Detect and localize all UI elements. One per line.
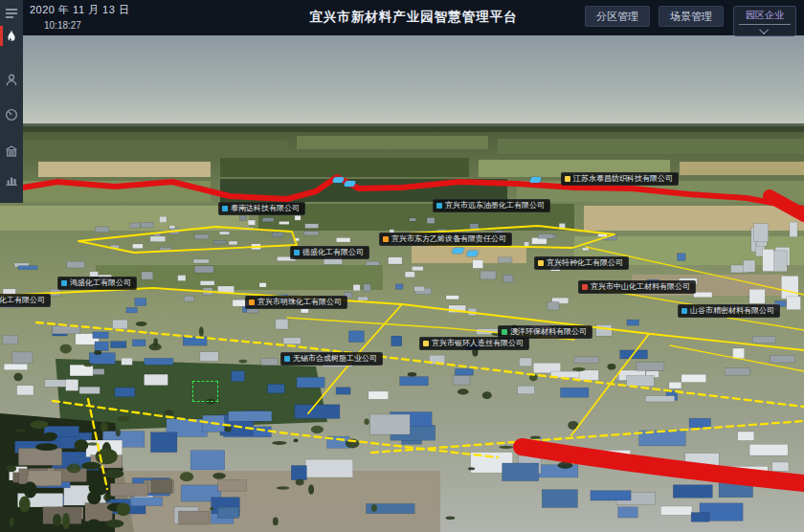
company-label-text: 山谷市精密材料有限公司 (690, 307, 774, 315)
company-marker-icon (383, 236, 389, 242)
top-bar: 2020 年 11 月 13 日 10:18:27 宜兴市新材料产业园智慧管理平… (23, 0, 804, 35)
company-label[interactable]: 宜兴市远东油墨化工有限公司 (433, 199, 550, 212)
gauge-icon (4, 107, 19, 122)
park-enterprise-label: 园区企业 (739, 9, 791, 25)
company-marker-icon (284, 356, 290, 362)
sidebar-item-menu[interactable] (4, 6, 19, 21)
page-title: 宜兴市新材料产业园智慧管理平台 (309, 9, 518, 26)
company-label[interactable]: 化工有限公司 (0, 294, 51, 307)
current-date: 2020 年 11 月 13 日 (30, 3, 129, 17)
park-enterprise-dropdown[interactable]: 园区企业 (733, 6, 796, 36)
company-marker-icon (294, 250, 300, 255)
company-label[interactable]: 宜兴市东方乙烯设备有限责任公司 (379, 233, 512, 246)
company-label-text: 宜兴市东方乙烯设备有限责任公司 (391, 235, 506, 243)
company-label-text: 宜兴市中山化工材料有限公司 (591, 283, 690, 291)
sidebar-item-enterprise[interactable] (4, 144, 19, 159)
menu-icon (4, 6, 19, 21)
company-label-text: 宜兴市银环人造丝有限公司 (432, 340, 524, 347)
company-label[interactable]: 泰南达科技有限公司 (218, 202, 305, 215)
company-marker-icon (565, 176, 570, 182)
sidebar-item-user[interactable] (4, 73, 19, 88)
person-icon (4, 73, 19, 88)
company-marker-icon (423, 341, 429, 346)
company-label-text: 化工有限公司 (0, 297, 45, 304)
active-item-indicator (0, 26, 3, 46)
company-marker-icon (502, 329, 507, 335)
company-marker-icon (222, 206, 228, 211)
company-label-text: 宜兴市明珠化工有限公司 (257, 299, 342, 306)
company-label-text: 泰南达科技有限公司 (231, 205, 300, 212)
company-marker-icon (681, 308, 687, 314)
flame-icon (4, 29, 19, 44)
company-label[interactable]: 宜兴特种化工有限公司 (534, 256, 629, 270)
company-label-text: 无锡市合成树脂工业公司 (293, 355, 377, 363)
company-marker-icon (436, 203, 442, 209)
chevron-down-icon (759, 25, 769, 34)
sidebar-item-statistics[interactable] (4, 172, 19, 188)
sidebar (0, 0, 23, 203)
building-icon (4, 144, 19, 159)
header-actions: 分区管理 场景管理 园区企业 (576, 6, 796, 36)
bar-chart-icon (4, 172, 19, 188)
company-label[interactable]: 宜兴市明珠化工有限公司 (245, 296, 347, 309)
company-label[interactable]: 山谷市精密材料有限公司 (678, 304, 780, 318)
company-label[interactable]: 江苏永泰昌纺织科技有限公司 (561, 172, 679, 186)
company-label[interactable]: 无锡市合成树脂工业公司 (280, 352, 383, 366)
company-label[interactable]: 鸿盛化工有限公司 (57, 277, 137, 290)
sidebar-item-fire[interactable] (4, 29, 19, 44)
company-label[interactable]: 宜兴市银环人造丝有限公司 (419, 337, 529, 350)
company-labels-layer: 泰南达科技有限公司宜兴市远东油墨化工有限公司宜兴市东方乙烯设备有限责任公司江苏永… (0, 35, 804, 532)
company-marker-icon (249, 299, 255, 305)
scene-manage-button[interactable]: 场景管理 (659, 6, 724, 27)
company-label-text: 澳洋环保材料有限公司 (510, 328, 587, 336)
company-marker-icon (61, 280, 67, 286)
zone-manage-button[interactable]: 分区管理 (585, 6, 650, 27)
selection-box (192, 381, 218, 402)
company-label-text: 宜兴特种化工有限公司 (547, 259, 623, 267)
company-label-text: 江苏永泰昌纺织科技有限公司 (573, 175, 673, 183)
map-3d-view[interactable]: 泰南达科技有限公司宜兴市远东油墨化工有限公司宜兴市东方乙烯设备有限责任公司江苏永… (0, 35, 804, 532)
company-label-text: 鸿盛化工有限公司 (70, 279, 131, 287)
company-label-text: 宜兴市远东油墨化工有限公司 (445, 202, 545, 210)
company-marker-icon (538, 260, 544, 266)
company-marker-icon (582, 284, 588, 290)
company-label[interactable]: 德盛化工有限公司 (290, 246, 369, 259)
company-label[interactable]: 宜兴市中山化工材料有限公司 (578, 280, 696, 294)
sidebar-item-monitor[interactable] (4, 107, 19, 122)
company-label-text: 德盛化工有限公司 (302, 249, 364, 256)
current-time: 10:18:27 (44, 20, 129, 31)
datetime-block: 2020 年 11 月 13 日 10:18:27 (30, 3, 129, 31)
